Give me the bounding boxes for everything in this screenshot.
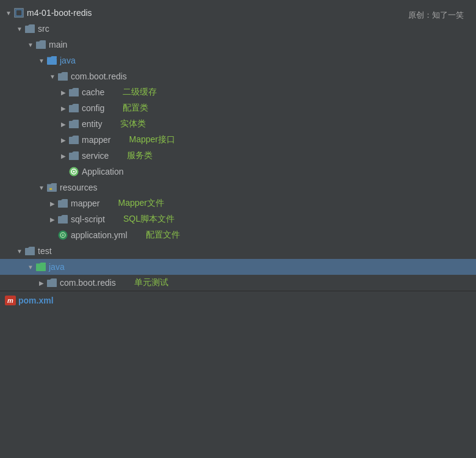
svg-rect-6 — [69, 90, 79, 96]
annotation-label: Mapper文件 — [118, 198, 164, 209]
annotation-label: 二级缓存 — [123, 87, 157, 98]
svg-rect-1 — [16, 10, 22, 16]
tree-row[interactable]: mapperMapper文件 — [0, 195, 476, 211]
folder-icon — [46, 277, 57, 288]
folder-icon — [24, 23, 35, 34]
folder-icon — [68, 134, 79, 145]
pom-row[interactable]: m pom.xml — [0, 291, 476, 309]
item-label: application.yml — [71, 230, 128, 240]
spring-boot-icon — [68, 166, 79, 177]
item-label: resources — [60, 183, 97, 192]
tree-row[interactable]: ≡ resources — [0, 180, 476, 195]
tree-row[interactable]: service服务类 — [0, 148, 476, 164]
pom-label: pom.xml — [18, 296, 54, 305]
item-label: src — [38, 24, 49, 34]
collapse-arrow[interactable] — [59, 137, 68, 144]
expand-arrow[interactable] — [26, 42, 35, 48]
svg-point-13 — [73, 171, 75, 173]
collapse-arrow[interactable] — [48, 200, 57, 207]
annotation-label: 单元测试 — [134, 277, 168, 288]
collapse-arrow[interactable] — [37, 280, 46, 286]
folder-icon — [57, 214, 68, 225]
svg-rect-8 — [69, 122, 79, 128]
tree-row[interactable]: src — [0, 21, 476, 37]
folder-blue-icon — [46, 55, 57, 66]
item-label: service — [82, 151, 109, 161]
expand-arrow[interactable] — [26, 264, 35, 271]
maven-icon: m — [5, 296, 16, 305]
tree-row[interactable]: main — [0, 37, 476, 53]
svg-rect-22 — [36, 264, 46, 271]
item-label: mapper — [71, 198, 99, 208]
tree-row[interactable]: com.boot.redis单元测试 — [0, 275, 476, 291]
folder-icon — [68, 150, 79, 161]
tree-row[interactable]: sql-scriptSQL脚本文件 — [0, 211, 476, 227]
annotation-label: 服务类 — [127, 150, 153, 161]
folder-icon — [68, 87, 79, 98]
svg-rect-17 — [58, 217, 68, 224]
svg-rect-23 — [47, 280, 57, 287]
item-label: java — [60, 56, 76, 65]
folder-green-icon — [35, 261, 46, 272]
folder-icon — [68, 118, 79, 129]
expand-arrow[interactable] — [48, 73, 57, 80]
expand-arrow[interactable] — [4, 10, 13, 16]
item-label: config — [82, 103, 104, 113]
annotation-label: 实体类 — [120, 118, 146, 129]
svg-rect-7 — [69, 106, 79, 112]
svg-rect-2 — [25, 26, 35, 33]
yml-icon — [57, 230, 68, 241]
item-label: m4-01-boot-redis — [27, 8, 92, 18]
item-label: main — [49, 40, 67, 49]
folder-icon — [57, 198, 68, 209]
svg-rect-9 — [69, 137, 79, 144]
tree-row[interactable]: config配置类 — [0, 100, 476, 116]
annotation-label: Mapper接口 — [129, 134, 175, 145]
tree-row[interactable]: java — [0, 53, 476, 68]
item-label: sql-script — [71, 214, 105, 224]
expand-arrow[interactable] — [37, 57, 46, 64]
tree-row[interactable]: entity实体类 — [0, 116, 476, 132]
svg-point-20 — [62, 234, 64, 236]
tree-row[interactable]: Application — [0, 164, 476, 180]
svg-rect-16 — [58, 201, 68, 208]
item-label: Application — [82, 167, 124, 176]
expand-arrow[interactable] — [37, 184, 46, 191]
item-label: entity — [82, 119, 102, 129]
file-tree: 原创：知了一笑 m4-01-boot-redis src main java c… — [0, 0, 476, 427]
collapse-arrow[interactable] — [59, 105, 68, 112]
item-label: cache — [82, 87, 104, 97]
item-label: java — [49, 262, 65, 272]
svg-text:≡: ≡ — [49, 186, 52, 192]
svg-rect-3 — [36, 42, 46, 49]
folder-icon — [35, 39, 46, 50]
tree-row[interactable]: test — [0, 243, 476, 259]
expand-arrow[interactable] — [15, 26, 24, 32]
svg-rect-21 — [25, 249, 35, 255]
folder-icon — [57, 71, 68, 82]
folder-resources-icon: ≡ — [46, 182, 57, 193]
item-label: test — [38, 246, 52, 256]
folder-icon — [24, 245, 35, 256]
svg-rect-5 — [58, 74, 68, 81]
tree-row[interactable]: com.boot.redis — [0, 68, 476, 84]
svg-rect-10 — [69, 153, 79, 160]
collapse-arrow[interactable] — [59, 153, 68, 159]
collapse-arrow[interactable] — [59, 89, 68, 96]
item-label: com.boot.redis — [71, 71, 127, 81]
svg-rect-4 — [47, 58, 57, 65]
module-icon — [13, 7, 24, 18]
annotation-label: 配置类 — [123, 103, 148, 114]
collapse-arrow[interactable] — [59, 121, 68, 128]
tree-row[interactable]: cache二级缓存 — [0, 84, 476, 100]
tree-row[interactable]: application.yml配置文件 — [0, 227, 476, 243]
tree-row[interactable]: mapperMapper接口 — [0, 132, 476, 148]
collapse-arrow[interactable] — [48, 216, 57, 223]
tree-row[interactable]: java — [0, 259, 476, 275]
tree-row[interactable]: m4-01-boot-redis — [0, 5, 476, 21]
folder-icon — [68, 103, 79, 114]
annotation-label: SQL脚本文件 — [123, 214, 175, 225]
annotation-label: 配置文件 — [146, 230, 180, 241]
item-label: com.boot.redis — [60, 278, 116, 288]
expand-arrow[interactable] — [15, 248, 24, 255]
